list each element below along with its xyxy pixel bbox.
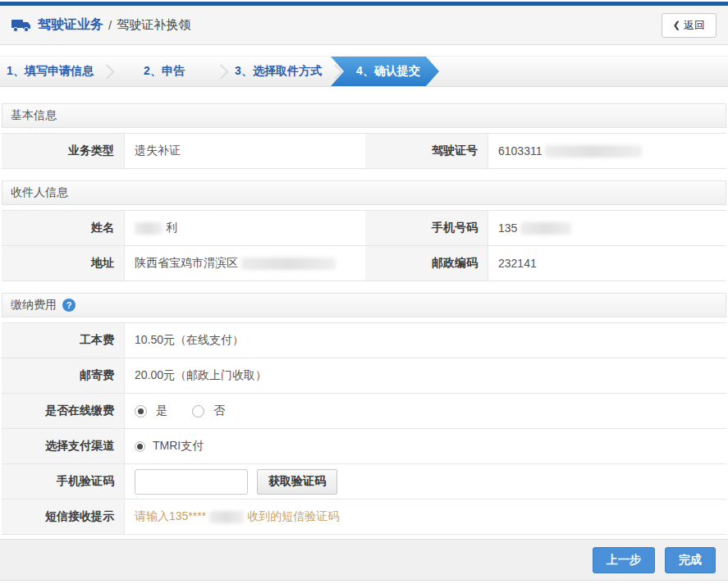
footer-action-bar: 上一步 完成	[0, 539, 728, 581]
name-visible-text: 利	[166, 221, 177, 235]
table-row: 邮寄费 20.00元（邮政上门收取）	[2, 358, 726, 394]
table-row: 短信接收提示 请输入135**** 收到的短信验证码	[2, 500, 726, 535]
redacted-phone-digits	[520, 222, 571, 235]
address-value: 陕西省宝鸡市渭滨区	[125, 246, 365, 281]
redacted-license-digits	[545, 145, 642, 157]
license-number-value: 6103311	[488, 134, 726, 168]
payment-table: 工本费 10.50元（在线支付） 邮寄费 20.00元（邮政上门收取） 是否在线…	[2, 322, 726, 535]
sms-hint-suffix-text: 收到的短信验证码	[247, 509, 339, 524]
redacted-name	[135, 222, 163, 235]
section-payment-title: 缴纳费用	[11, 298, 57, 313]
section-recipient-info: 收件人信息 姓名 利 手机号码 135 地址 陕西省宝鸡市渭滨区 邮政编码 23…	[2, 180, 726, 281]
online-pay-label: 是否在线缴费	[2, 394, 125, 428]
captcha-input[interactable]	[135, 469, 248, 495]
postage-fee-text: 20.00元（邮政上门收取）	[135, 368, 267, 383]
radio-tmri-pay[interactable]	[135, 441, 145, 452]
page-header: 驾驶证业务 / 驾驶证补换领 ❮ 返回	[0, 6, 728, 45]
sms-hint-label: 短信接收提示	[2, 500, 125, 534]
address-label: 地址	[2, 246, 125, 281]
postage-fee-value: 20.00元（邮政上门收取）	[125, 358, 726, 393]
finish-button[interactable]: 完成	[665, 547, 716, 573]
online-pay-options: 是 否	[125, 394, 726, 428]
back-button-label: 返回	[684, 18, 705, 33]
section-basic-info-title: 基本信息	[11, 108, 57, 123]
breadcrumb-current: 驾驶证补换领	[117, 17, 190, 33]
cost-fee-text: 10.50元（在线支付）	[135, 333, 244, 348]
section-payment: 缴纳费用 ? 工本费 10.50元（在线支付） 邮寄费 20.00元（邮政上门收…	[2, 293, 726, 535]
help-icon[interactable]: ?	[62, 299, 76, 312]
table-row: 手机验证码 获取验证码	[2, 464, 726, 500]
business-type-label: 业务类型	[2, 134, 125, 168]
step-2-declaration[interactable]: 2、申告	[114, 57, 214, 86]
business-type-value: 遗失补证	[125, 134, 365, 168]
postcode-value: 232141	[488, 246, 726, 281]
postcode-text: 232141	[498, 257, 537, 270]
captcha-label: 手机验证码	[2, 464, 125, 499]
recipient-info-table: 姓名 利 手机号码 135 地址 陕西省宝鸡市渭滨区 邮政编码 232141	[2, 210, 726, 281]
payment-channel-label: 选择支付渠道	[2, 429, 125, 463]
redacted-sms-phone	[209, 511, 244, 523]
section-recipient-info-header: 收件人信息	[2, 180, 726, 205]
captcha-field-group: 获取验证码	[125, 464, 726, 499]
chevron-left-icon: ❮	[673, 20, 680, 30]
step-1-fill-application[interactable]: 1、填写申请信息	[0, 57, 100, 86]
cost-fee-label: 工本费	[2, 323, 125, 358]
name-label: 姓名	[2, 211, 125, 245]
table-row: 工本费 10.50元（在线支付）	[2, 323, 726, 358]
basic-info-table: 业务类型 遗失补证 驾驶证号 6103311	[2, 133, 726, 169]
radio-online-pay-no[interactable]	[192, 405, 204, 417]
redacted-address	[241, 258, 336, 270]
table-row: 姓名 利 手机号码 135	[2, 211, 726, 246]
name-value: 利	[125, 211, 365, 245]
table-row: 是否在线缴费 是 否	[2, 394, 726, 429]
section-payment-header: 缴纳费用 ?	[2, 293, 726, 317]
postage-fee-label: 邮寄费	[2, 358, 125, 393]
step-separator-chevron	[99, 64, 114, 79]
section-basic-info-header: 基本信息	[2, 103, 726, 128]
radio-yes-label[interactable]: 是	[156, 404, 167, 418]
section-recipient-info-title: 收件人信息	[11, 185, 68, 200]
step-progress-bar: 1、填写申请信息 2、申告 3、选择取件方式 4、确认提交	[0, 56, 728, 87]
sms-hint-value: 请输入135**** 收到的短信验证码	[125, 500, 726, 534]
step-4-confirm-submit[interactable]: 4、确认提交	[331, 57, 439, 86]
section-basic-info: 基本信息 业务类型 遗失补证 驾驶证号 6103311	[2, 103, 726, 169]
previous-step-button[interactable]: 上一步	[593, 547, 655, 573]
get-captcha-button[interactable]: 获取验证码	[257, 469, 337, 495]
tmri-pay-label[interactable]: TMRI支付	[153, 439, 204, 454]
truck-icon	[11, 18, 31, 33]
business-type-text: 遗失补证	[135, 144, 181, 158]
table-row: 业务类型 遗失补证 驾驶证号 6103311	[2, 134, 726, 169]
phone-value: 135	[488, 211, 726, 245]
payment-channel-options: TMRI支付	[125, 429, 726, 463]
phone-label: 手机号码	[365, 211, 488, 245]
breadcrumb-title: 驾驶证业务	[38, 16, 103, 34]
license-number-text: 6103311	[498, 144, 542, 157]
step-separator-chevron	[213, 64, 228, 79]
table-row: 地址 陕西省宝鸡市渭滨区 邮政编码 232141	[2, 246, 726, 281]
radio-no-label[interactable]: 否	[213, 404, 225, 418]
cost-fee-value: 10.50元（在线支付）	[125, 323, 726, 358]
phone-visible-text: 135	[498, 221, 517, 235]
postcode-label: 邮政编码	[365, 246, 488, 281]
radio-online-pay-yes[interactable]	[135, 405, 147, 417]
license-number-label: 驾驶证号	[365, 134, 488, 168]
back-button[interactable]: ❮ 返回	[662, 13, 717, 38]
breadcrumb-separator: /	[108, 18, 112, 32]
address-visible-text: 陕西省宝鸡市渭滨区	[135, 256, 238, 271]
step-3-pickup-method[interactable]: 3、选择取件方式	[228, 57, 328, 86]
table-row: 选择支付渠道 TMRI支付	[2, 429, 726, 464]
sms-hint-prefix-text: 请输入135****	[135, 509, 206, 524]
